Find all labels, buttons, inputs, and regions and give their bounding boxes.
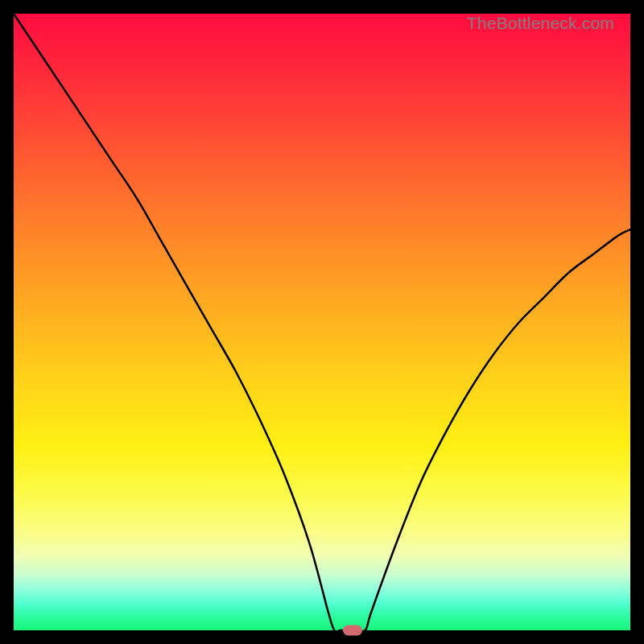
plot-area: TheBottleneck.com [14,14,630,630]
optimal-point-marker [343,625,362,636]
bottleneck-curve [14,14,630,630]
chart-frame: TheBottleneck.com [0,0,644,644]
